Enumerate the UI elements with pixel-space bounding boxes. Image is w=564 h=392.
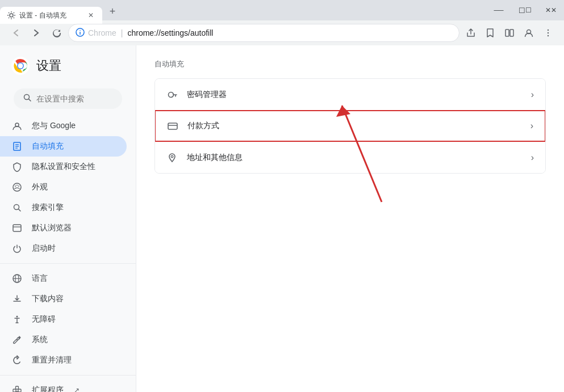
sidebar-item-language-label: 语言: [32, 273, 48, 284]
sidebar-item-download[interactable]: 下载内容: [0, 289, 127, 309]
sidebar-item-search-label: 搜索引擎: [32, 203, 64, 213]
extensions-icon: [11, 385, 23, 392]
doc-icon: [11, 141, 23, 152]
svg-line-25: [19, 209, 21, 212]
sidebar-item-google-label: 您与 Google: [32, 121, 76, 131]
chrome-logo-icon: [11, 57, 30, 75]
passwords-arrow-icon: ›: [531, 90, 534, 100]
palette-icon: [11, 182, 23, 193]
svg-rect-5: [510, 29, 513, 36]
sidebar-item-autofill[interactable]: 自动填充: [0, 136, 127, 157]
sidebar-item-access[interactable]: 无障碍: [0, 309, 127, 330]
settings-row-address[interactable]: 地址和其他信息 ›: [155, 141, 545, 173]
search-sidebar-icon: [11, 202, 23, 213]
title-bar: 设置 - 自动填充 ✕ + ─ ☐ ✕: [0, 0, 564, 20]
sidebar-item-search[interactable]: 搜索引擎: [0, 197, 127, 218]
search-bar[interactable]: [14, 88, 122, 109]
profile-btn[interactable]: [520, 24, 538, 42]
sidebar-title: 设置: [36, 57, 61, 74]
reload-btn[interactable]: [48, 24, 66, 42]
settings-row-passwords[interactable]: 密码管理器 ›: [155, 79, 545, 111]
sidebar-item-privacy-label: 隐私设置和安全性: [32, 162, 95, 172]
svg-rect-37: [168, 123, 177, 129]
svg-point-36: [169, 92, 174, 98]
address-arrow-icon: ›: [531, 153, 534, 163]
shield-icon: [11, 161, 23, 172]
payment-arrow-icon: ›: [530, 121, 533, 131]
tab-close-btn[interactable]: ✕: [86, 11, 95, 20]
sidebar-item-appearance[interactable]: 外观: [0, 177, 127, 197]
search-container: [0, 82, 136, 116]
tab-favicon: [7, 11, 16, 20]
sidebar: 设置 您与 Google 自动填充: [0, 45, 136, 392]
svg-point-22: [16, 185, 18, 186]
settings-row-payment[interactable]: 付款方式 ›: [154, 110, 546, 142]
svg-line-14: [29, 99, 31, 102]
sidebar-item-google[interactable]: 您与 Google: [0, 116, 127, 136]
sidebar-header: 设置: [0, 45, 136, 82]
svg-point-21: [15, 186, 16, 187]
sidebar-item-access-label: 无障碍: [32, 314, 56, 324]
svg-point-23: [18, 186, 19, 187]
back-btn[interactable]: [7, 24, 25, 42]
address-url: chrome://settings/autofill: [127, 28, 213, 37]
sidebar-item-system[interactable]: 系统: [0, 330, 127, 350]
svg-point-12: [18, 64, 23, 69]
sidebar-item-privacy[interactable]: 隐私设置和安全性: [0, 157, 127, 177]
share-btn[interactable]: [462, 24, 480, 42]
site-info-icon: [76, 28, 85, 39]
address-label: 地址和其他信息: [187, 153, 522, 163]
address-separator: Chrome: [88, 28, 116, 37]
content-area: 自动填充 密码管理器 ›: [136, 45, 564, 392]
globe-icon: [11, 273, 23, 284]
key-icon: [166, 89, 178, 100]
settings-card: 密码管理器 › 付款方式 ›: [154, 78, 546, 174]
active-tab[interactable]: 设置 - 自动填充 ✕: [0, 7, 102, 24]
maximize-btn[interactable]: ☐: [512, 0, 538, 20]
browser-icon: [11, 222, 23, 234]
sidebar-item-extensions-label: 扩展程序: [32, 385, 64, 392]
svg-rect-26: [13, 225, 21, 231]
sidebar-item-appearance-label: 外观: [32, 182, 48, 192]
svg-point-3: [80, 29, 81, 31]
search-icon: [23, 93, 32, 104]
split-btn[interactable]: [500, 24, 519, 42]
sidebar-item-reset-label: 重置并清理: [32, 355, 72, 365]
sidebar-item-system-label: 系统: [32, 335, 48, 345]
sidebar-item-extensions[interactable]: 扩展程序 ↗: [0, 380, 127, 392]
sidebar-item-language[interactable]: 语言: [0, 268, 127, 289]
pin-icon: [166, 152, 178, 163]
sidebar-item-reset[interactable]: 重置并清理: [0, 350, 127, 370]
payment-label: 付款方式: [187, 121, 521, 131]
svg-point-0: [10, 14, 13, 17]
forward-btn[interactable]: [27, 24, 45, 42]
tab-strip: 设置 - 自动填充 ✕ +: [0, 0, 120, 20]
sidebar-item-startup[interactable]: 启动时: [0, 238, 127, 259]
menu-btn[interactable]: [539, 24, 557, 42]
search-input[interactable]: [36, 94, 136, 103]
section-title: 自动填充: [154, 59, 546, 69]
external-link-icon: ↗: [74, 386, 80, 392]
svg-point-31: [16, 316, 18, 318]
window-controls: ─ ☐ ✕: [486, 0, 564, 20]
nav-bar: Chrome | chrome://settings/autofill: [0, 20, 564, 45]
card-icon: [167, 120, 178, 132]
minimize-btn[interactable]: ─: [486, 0, 512, 20]
sidebar-item-browser[interactable]: 默认浏览器: [0, 218, 127, 238]
sidebar-divider-1: [0, 263, 136, 264]
new-tab-btn[interactable]: +: [105, 3, 120, 19]
svg-point-15: [15, 123, 19, 127]
sidebar-item-startup-label: 启动时: [32, 243, 56, 254]
reset-icon: [11, 355, 23, 366]
main-layout: 设置 您与 Google 自动填充: [0, 45, 564, 392]
svg-point-8: [548, 32, 549, 33]
svg-rect-4: [505, 29, 509, 36]
bookmark-btn[interactable]: [481, 24, 499, 42]
download-icon: [11, 293, 23, 305]
sidebar-divider-2: [0, 375, 136, 376]
address-bar[interactable]: Chrome | chrome://settings/autofill: [68, 24, 459, 42]
close-btn[interactable]: ✕: [538, 0, 564, 20]
nav-right-btns: [462, 24, 557, 42]
svg-point-39: [171, 155, 173, 158]
person-icon: [11, 120, 23, 132]
